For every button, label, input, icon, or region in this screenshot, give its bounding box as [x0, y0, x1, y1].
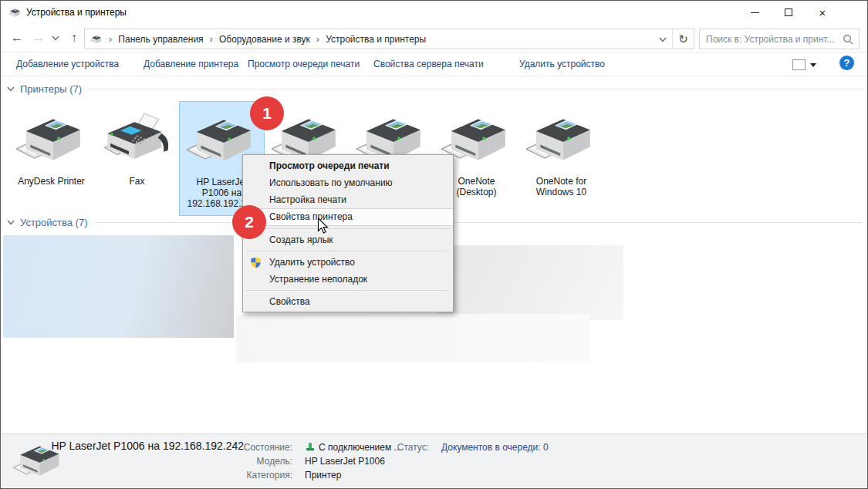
minimize-icon [751, 12, 759, 13]
printer-label: AnyDesk Printer [13, 176, 90, 187]
annotation-step-1-badge: 1 [250, 96, 284, 130]
breadcrumb-hardware-sound[interactable]: Оборудование и звук [219, 34, 310, 45]
breadcrumb-separator: › [316, 33, 319, 45]
menu-item-properties[interactable]: Свойства [243, 293, 453, 310]
help-button[interactable]: ? [839, 56, 854, 70]
details-model-label: Модель: [232, 456, 292, 467]
minimize-button[interactable] [738, 1, 772, 24]
window-title: Устройства и принтеры [26, 7, 127, 18]
blurred-device-region [437, 245, 623, 320]
printer-icon [16, 113, 87, 169]
details-printer-name: HP LaserJet P1006 на 192.168.192.242 [32, 440, 244, 452]
menu-item-troubleshoot[interactable]: Устранение неполадок [243, 271, 453, 288]
printer-context-menu: Просмотр очереди печати Использовать по … [242, 154, 454, 312]
breadcrumb-separator: › [210, 33, 213, 45]
menu-separator [246, 290, 450, 291]
blurred-device-region [236, 314, 589, 363]
menu-item-printing-preferences[interactable]: Настройка печати [243, 191, 453, 208]
menu-separator [246, 251, 450, 251]
menu-item-create-shortcut[interactable]: Создать ярлык [243, 231, 453, 248]
menu-item-set-default[interactable]: Использовать по умолчанию [243, 174, 453, 191]
blurred-device-region [3, 235, 234, 338]
toolbar-add-printer[interactable]: Добавление принтера [144, 53, 238, 76]
toolbar-print-server-properties[interactable]: Свойства сервера печати [373, 53, 484, 76]
chevron-down-icon [52, 35, 59, 41]
dropdown-arrow-icon [810, 63, 816, 67]
devices-and-printers-window: Устройства и принтеры × ← → ↑ › Панель у… [0, 0, 868, 489]
menu-item-view-print-queue[interactable]: Просмотр очереди печати [243, 157, 453, 174]
forward-button[interactable]: → [29, 27, 49, 49]
view-thumbnail-icon [792, 59, 806, 70]
network-connection-icon [305, 443, 316, 452]
details-category-value: Принтер [305, 470, 341, 481]
address-dropdown-button[interactable] [654, 34, 672, 45]
printer-tile-onenote-win10[interactable]: OneNote for Windows 10 [518, 101, 604, 216]
breadcrumb-control-panel[interactable]: Панель управления [118, 34, 203, 45]
printer-label: OneNote for Windows 10 [529, 176, 594, 197]
collapse-chevron-icon [7, 86, 15, 92]
section-divider-line [95, 222, 863, 223]
mouse-cursor-icon [317, 218, 329, 234]
printers-section-label: Принтеры (7) [20, 83, 82, 95]
details-state-label: Состояние: [232, 442, 292, 453]
close-button[interactable]: × [806, 1, 839, 24]
printers-section-header[interactable]: Принтеры (7) [7, 83, 863, 95]
section-divider-line [89, 89, 863, 89]
devices-section-label: Устройства (7) [20, 217, 88, 228]
printer-icon [526, 113, 597, 169]
menu-item-remove-device[interactable]: Удалить устройство [243, 254, 453, 271]
search-icon [843, 34, 853, 45]
toolbar-add-device[interactable]: Добавление устройства [16, 53, 119, 76]
close-icon: × [819, 6, 826, 19]
collapse-chevron-icon [7, 220, 15, 225]
location-printer-icon [90, 33, 103, 46]
address-row: ← → ↑ › Панель управления › Оборудование… [1, 25, 867, 52]
uac-shield-icon [250, 257, 262, 268]
fax-icon [102, 113, 173, 169]
command-toolbar: Добавление устройства Добавление принтер… [1, 53, 867, 76]
details-category-label: Категория: [232, 470, 292, 481]
menu-item-printer-properties[interactable]: Свойства принтера [243, 208, 453, 226]
app-printer-icon [8, 6, 22, 19]
printer-tile-fax[interactable]: Fax [94, 101, 180, 216]
breadcrumb-devices-printers[interactable]: Устройства и принтеры [326, 34, 426, 45]
refresh-button[interactable]: ↻ [673, 29, 694, 49]
details-pane: HP LaserJet P1006 на 192.168.192.242 Сос… [1, 433, 867, 489]
printer-tile-anydesk[interactable]: AnyDesk Printer [8, 101, 94, 216]
toolbar-view-print-queue[interactable]: Просмотр очереди печати [248, 53, 360, 76]
toolbar-remove-device[interactable]: Удалить устройство [519, 53, 605, 76]
back-button[interactable]: ← [7, 27, 27, 49]
printer-label: Fax [99, 176, 176, 187]
menu-separator [246, 228, 450, 229]
maximize-icon [785, 8, 792, 16]
details-status-label: Статус: [384, 442, 429, 453]
details-status-value: Документов в очереди: 0 [441, 442, 549, 453]
search-box[interactable] [699, 29, 860, 49]
menu-item-label: Удалить устройство [269, 257, 355, 268]
up-button[interactable]: ↑ [64, 27, 84, 49]
printer-label: OneNote (Desktop) [444, 176, 509, 197]
recent-locations-button[interactable] [49, 27, 62, 49]
address-bar[interactable]: › Панель управления › Оборудование и зву… [84, 29, 694, 49]
search-input[interactable] [700, 34, 843, 45]
breadcrumb-separator: › [109, 33, 112, 45]
details-model-value: HP LaserJet P1006 [305, 456, 385, 467]
change-view-button[interactable] [792, 57, 826, 73]
maximize-button[interactable] [772, 1, 806, 24]
annotation-step-2-badge: 2 [232, 205, 266, 239]
title-bar: Устройства и принтеры × [1, 1, 867, 25]
chevron-down-icon [659, 37, 667, 42]
